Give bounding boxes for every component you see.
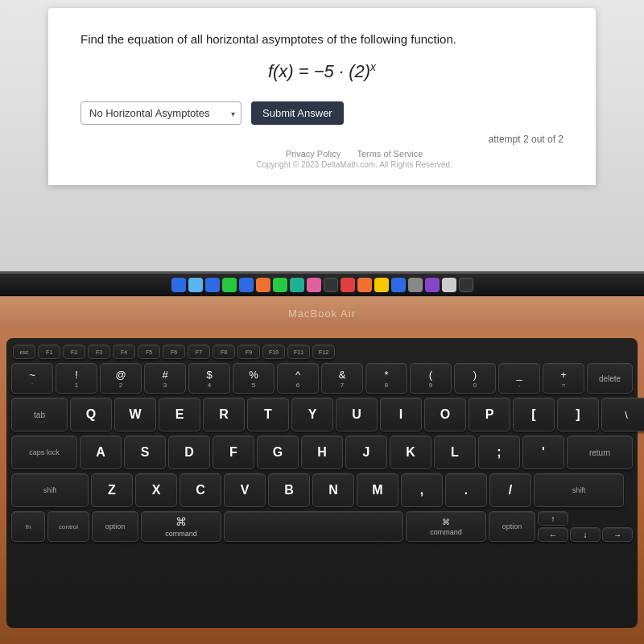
launchpad-icon[interactable]: [188, 278, 203, 292]
key-r[interactable]: R: [203, 398, 245, 431]
key-e[interactable]: E: [159, 398, 200, 431]
key-i[interactable]: I: [380, 398, 422, 431]
key-space[interactable]: [224, 511, 403, 542]
key-z[interactable]: Z: [91, 473, 133, 507]
key-f8[interactable]: F8: [213, 345, 235, 359]
key-j[interactable]: J: [345, 436, 387, 469]
key-2[interactable]: @2: [100, 363, 142, 394]
key-backtick[interactable]: ~`: [11, 363, 53, 394]
key-k[interactable]: K: [390, 436, 431, 469]
key-m[interactable]: M: [357, 473, 398, 507]
key-f12[interactable]: F12: [312, 345, 335, 359]
key-o[interactable]: O: [424, 398, 466, 431]
key-return[interactable]: return: [567, 436, 633, 469]
key-f3[interactable]: F3: [88, 345, 110, 359]
key-u[interactable]: U: [336, 398, 378, 431]
key-delete[interactable]: delete: [587, 363, 633, 394]
key-lbracket[interactable]: [: [513, 398, 555, 431]
maps-icon[interactable]: [290, 278, 304, 292]
key-rbracket[interactable]: ]: [557, 398, 599, 431]
key-f7[interactable]: F7: [188, 345, 210, 359]
key-backslash[interactable]: \: [601, 398, 644, 431]
key-esc[interactable]: esc: [13, 345, 35, 359]
key-v[interactable]: V: [224, 473, 266, 507]
submit-answer-button[interactable]: Submit Answer: [251, 101, 344, 125]
tv-icon[interactable]: [324, 278, 338, 292]
key-arrow-down[interactable]: ↓: [570, 527, 601, 542]
app-store-icon[interactable]: [391, 278, 406, 292]
key-0[interactable]: )0: [454, 363, 496, 394]
key-4[interactable]: $4: [188, 363, 230, 394]
key-option-left[interactable]: option: [92, 511, 138, 542]
key-f6[interactable]: F6: [163, 345, 185, 359]
key-f4[interactable]: F4: [113, 345, 135, 359]
key-n[interactable]: N: [312, 473, 354, 507]
settings-icon[interactable]: [408, 278, 423, 292]
key-w[interactable]: W: [114, 398, 156, 431]
key-3[interactable]: #3: [144, 363, 186, 394]
key-7[interactable]: &7: [321, 363, 363, 394]
key-6[interactable]: ^6: [277, 363, 319, 394]
key-command-left[interactable]: ⌘ command: [141, 511, 221, 542]
key-period[interactable]: .: [445, 473, 487, 507]
dropdown-wrapper[interactable]: No Horizontal Asymptotes y = 0 y = -5 y …: [80, 101, 242, 125]
key-shift-left[interactable]: shift: [11, 473, 89, 507]
notes-icon[interactable]: [374, 278, 389, 292]
key-d[interactable]: D: [168, 436, 210, 469]
key-b[interactable]: B: [268, 473, 310, 507]
key-9[interactable]: (9: [410, 363, 452, 394]
key-q[interactable]: Q: [70, 398, 112, 431]
key-arrow-up[interactable]: ↑: [538, 511, 568, 526]
key-f5[interactable]: F5: [138, 345, 160, 359]
key-p[interactable]: P: [469, 398, 510, 431]
key-s[interactable]: S: [124, 436, 166, 469]
trash-icon[interactable]: [459, 278, 473, 292]
key-equals[interactable]: +=: [543, 363, 584, 394]
key-f11[interactable]: F11: [287, 345, 310, 359]
key-shift-right[interactable]: shift: [534, 473, 624, 507]
siri-icon[interactable]: [425, 278, 440, 292]
key-caps-lock[interactable]: caps lock: [11, 436, 77, 469]
key-f2[interactable]: F2: [63, 345, 85, 359]
privacy-policy-link[interactable]: Privacy Policy: [286, 149, 341, 159]
safari-icon[interactable]: [205, 278, 220, 292]
key-8[interactable]: *8: [365, 363, 407, 394]
key-fn[interactable]: fn: [11, 511, 45, 542]
key-a[interactable]: A: [80, 436, 122, 469]
key-h[interactable]: H: [301, 436, 343, 469]
key-c[interactable]: C: [180, 473, 221, 507]
key-comma[interactable]: ,: [401, 473, 443, 507]
key-l[interactable]: L: [434, 436, 476, 469]
key-semicolon[interactable]: ;: [478, 436, 520, 469]
key-tab[interactable]: tab: [11, 398, 68, 431]
finder-icon[interactable]: [171, 278, 186, 292]
messages-icon[interactable]: [222, 278, 237, 292]
key-f[interactable]: F: [213, 436, 254, 469]
time-machine-icon[interactable]: [442, 278, 456, 292]
reminders-icon[interactable]: [357, 278, 372, 292]
music-icon[interactable]: [307, 278, 321, 292]
key-f1[interactable]: F1: [38, 345, 60, 359]
key-control[interactable]: control: [47, 511, 89, 542]
key-slash[interactable]: /: [489, 473, 531, 507]
key-1[interactable]: !1: [56, 363, 97, 394]
key-y[interactable]: Y: [291, 398, 333, 431]
facetime-icon[interactable]: [273, 278, 287, 292]
key-f10[interactable]: F10: [262, 345, 285, 359]
key-quote[interactable]: ': [522, 436, 564, 469]
key-x[interactable]: X: [135, 473, 177, 507]
terms-of-service-link[interactable]: Terms of Service: [357, 149, 423, 159]
key-f9[interactable]: F9: [237, 345, 260, 359]
asymptote-dropdown[interactable]: No Horizontal Asymptotes y = 0 y = -5 y …: [80, 101, 242, 125]
key-arrow-right[interactable]: →: [602, 527, 633, 542]
news-icon[interactable]: [341, 278, 355, 292]
mail-icon[interactable]: [239, 278, 254, 292]
key-t[interactable]: T: [247, 398, 289, 431]
key-command-right[interactable]: ⌘ command: [406, 511, 486, 542]
key-5[interactable]: %5: [233, 363, 275, 394]
key-minus[interactable]: _-: [498, 363, 540, 394]
key-g[interactable]: G: [257, 436, 299, 469]
key-arrow-left[interactable]: ←: [538, 527, 568, 542]
photos-icon[interactable]: [256, 278, 270, 292]
key-option-right[interactable]: option: [489, 511, 535, 542]
